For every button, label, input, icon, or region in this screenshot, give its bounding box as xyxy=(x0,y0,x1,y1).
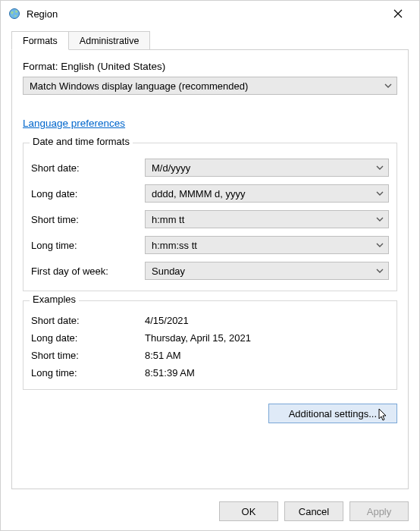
chevron-down-icon xyxy=(376,215,384,223)
tab-strip: Formats Administrative xyxy=(1,27,419,50)
date-time-formats-legend: Date and time formats xyxy=(30,136,133,147)
format-selector-value: Match Windows display language (recommen… xyxy=(30,80,248,92)
short-time-label: Short time: xyxy=(31,214,145,225)
short-time-selector[interactable]: h:mm tt xyxy=(145,210,389,228)
language-preferences-link[interactable]: Language preferences xyxy=(23,118,125,129)
long-date-value: dddd, MMMM d, yyyy xyxy=(152,188,246,200)
example-short-date-label: Short date: xyxy=(31,315,145,326)
example-long-time-value: 8:51:39 AM xyxy=(145,367,389,379)
example-short-time-value: 8:51 AM xyxy=(145,350,389,361)
additional-settings-button[interactable]: Additional settings... xyxy=(268,404,397,423)
chevron-down-icon xyxy=(376,164,384,171)
long-time-selector[interactable]: h:mm:ss tt xyxy=(145,236,389,254)
chevron-down-icon xyxy=(384,82,392,90)
examples-legend: Examples xyxy=(30,294,79,305)
long-date-selector[interactable]: dddd, MMMM d, yyyy xyxy=(145,184,389,203)
region-dialog: Region Formats Administrative Format: En… xyxy=(0,0,420,531)
example-long-date-label: Long date: xyxy=(31,332,145,344)
short-date-label: Short date: xyxy=(31,162,145,174)
chevron-down-icon xyxy=(376,190,384,197)
example-short-time-label: Short time: xyxy=(31,350,145,361)
first-day-value: Sunday xyxy=(152,266,185,277)
chevron-down-icon xyxy=(376,241,384,249)
example-long-time-label: Long time: xyxy=(31,367,145,379)
globe-icon xyxy=(8,8,20,20)
titlebar: Region xyxy=(1,1,419,27)
long-time-value: h:mm:ss tt xyxy=(152,240,197,251)
chevron-down-icon xyxy=(376,267,384,275)
cancel-button[interactable]: Cancel xyxy=(284,501,343,521)
additional-settings-label: Additional settings... xyxy=(289,408,377,419)
long-date-label: Long date: xyxy=(31,188,145,200)
examples-group: Examples Short date: 4/15/2021 Long date… xyxy=(23,300,397,390)
tab-formats[interactable]: Formats xyxy=(11,31,69,50)
format-current-language: English (United States) xyxy=(61,61,165,72)
svg-point-0 xyxy=(10,9,20,19)
tab-content-formats: Format: English (United States) Match Wi… xyxy=(11,50,409,489)
close-button[interactable] xyxy=(383,3,413,24)
apply-button[interactable]: Apply xyxy=(349,501,409,521)
window-title: Region xyxy=(27,8,383,20)
first-day-label: First day of week: xyxy=(31,266,145,277)
example-long-date-value: Thursday, April 15, 2021 xyxy=(145,332,389,344)
format-label-prefix: Format: xyxy=(23,61,61,72)
dialog-footer: OK Cancel Apply xyxy=(1,495,419,530)
short-time-value: h:mm tt xyxy=(152,214,184,225)
first-day-selector[interactable]: Sunday xyxy=(145,262,389,280)
format-label: Format: English (United States) xyxy=(23,61,397,72)
short-date-value: M/d/yyyy xyxy=(152,162,190,174)
long-time-label: Long time: xyxy=(31,240,145,251)
short-date-selector[interactable]: M/d/yyyy xyxy=(145,159,389,177)
date-time-formats-group: Date and time formats Short date: M/d/yy… xyxy=(23,143,397,291)
example-short-date-value: 4/15/2021 xyxy=(145,315,389,326)
format-selector[interactable]: Match Windows display language (recommen… xyxy=(23,77,397,95)
inner-footer: Additional settings... xyxy=(23,404,397,423)
close-icon xyxy=(393,9,403,18)
cursor-icon xyxy=(378,408,389,424)
tab-administrative[interactable]: Administrative xyxy=(68,31,151,50)
ok-button[interactable]: OK xyxy=(219,501,278,521)
